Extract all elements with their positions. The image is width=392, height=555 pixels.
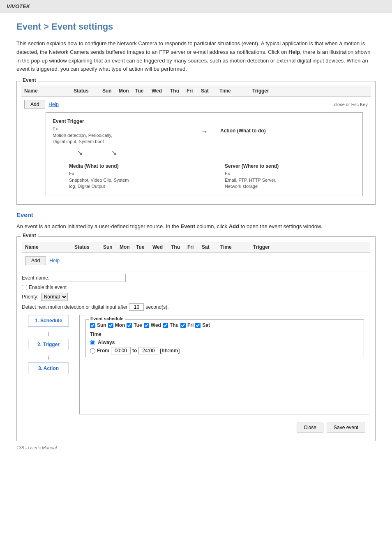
illus-media-ex1: Ex. (69, 171, 200, 177)
fri-label: Fri (187, 322, 194, 328)
col-header-wed-1: Wed (152, 88, 170, 94)
illus-server-ex1: Ex. (225, 171, 356, 177)
event-desc-bold1: Event (181, 223, 195, 229)
illus-media-examples: Ex. Snapshot, Video Clip, System log, Di… (69, 171, 200, 190)
event-name-row: Event name: (22, 274, 370, 282)
steps-container: 1. Schedule ↓ 2. Trigger ↓ 3. Action Eve… (22, 315, 370, 414)
fri-checkbox[interactable] (180, 323, 186, 328)
col-header-mon-2: Mon (120, 244, 136, 250)
illus-media-ex3: log, Digital Output (69, 183, 200, 190)
to-label: to (132, 348, 137, 354)
col-header-mon-1: Mon (119, 88, 135, 94)
time-section: Time (90, 331, 360, 337)
priority-label: Priority: (22, 294, 39, 300)
page-title: Event > Event settings (16, 21, 376, 32)
from-time-input[interactable] (111, 347, 131, 354)
col-header-sat-2: Sat (202, 244, 220, 250)
mon-label: Mon (115, 322, 125, 328)
close-button[interactable]: Close (297, 423, 323, 432)
step-arrow-2: ↓ (47, 354, 50, 361)
col-header-sun-2: Sun (103, 244, 120, 250)
tue-checkbox[interactable] (127, 323, 132, 328)
schedule-content: Event schedule Sun Mon Tue Wed Thu Fri (79, 315, 370, 414)
from-to-row: From to [hh:mm] (90, 347, 360, 354)
step1-schedule[interactable]: 1. Schedule (28, 315, 69, 326)
enable-event-checkbox[interactable] (22, 285, 27, 290)
col-header-time-2: Time (220, 244, 253, 250)
col-header-thu-1: Thu (170, 88, 187, 94)
brand-logo: VIVOTEK (7, 3, 30, 9)
mon-checkbox[interactable] (108, 323, 113, 328)
event-section-title: Event (16, 211, 376, 218)
arrow-down-left: ↘ (77, 149, 83, 157)
schedule-legend-title: Event schedule (89, 316, 125, 321)
time-label: Time (90, 331, 101, 337)
event-panel-legend-1: Event (21, 77, 38, 83)
from-label: From (97, 348, 109, 354)
illus-trigger-label: Event Trigger (53, 118, 188, 124)
add-button-2[interactable]: Add (25, 256, 46, 265)
wed-checkbox[interactable] (144, 323, 149, 328)
illustration-box: Event Trigger Ex. Motion detection, Peri… (46, 112, 363, 196)
close-esc-label: close or Esc Key (334, 102, 368, 107)
step-arrow-1: ↓ (47, 330, 50, 337)
enable-event-label: Enable this event (29, 284, 67, 290)
event-desc-3: to open the event settings window. (239, 223, 322, 229)
event-desc-bold2: Add (229, 223, 239, 229)
col-header-wed-2: Wed (152, 244, 171, 250)
arrow-down-right: ↘ (111, 149, 117, 157)
event-desc-2: column, click (195, 223, 229, 229)
event-desc-1: An event is an action initiated by a use… (16, 223, 181, 229)
sun-label: Sun (97, 322, 106, 328)
steps-left: 1. Schedule ↓ 2. Trigger ↓ 3. Action (22, 315, 75, 414)
from-radio[interactable] (90, 348, 95, 354)
illus-server-examples: Ex. Email, FTP, HTTP Server, Network sto… (225, 171, 356, 190)
col-header-tue-2: Tue (136, 244, 152, 250)
col-header-sat-1: Sat (201, 88, 219, 94)
sun-checkbox[interactable] (90, 323, 95, 328)
help-button-2[interactable]: Help (49, 258, 60, 264)
event-name-input[interactable] (52, 274, 126, 282)
step3-action[interactable]: 3. Action (28, 363, 69, 374)
col-header-name-2: Name (25, 244, 74, 250)
thu-checkbox[interactable] (163, 323, 168, 328)
illus-trigger-ex3: Digital input, System boot (53, 139, 188, 145)
illus-bottom-row: Media (What to send) Ex. Snapshot, Video… (69, 163, 356, 190)
illus-media-section: Media (What to send) Ex. Snapshot, Video… (69, 163, 200, 190)
help-button-1[interactable]: Help (48, 102, 59, 107)
tue-label: Tue (134, 322, 142, 328)
days-row: Sun Mon Tue Wed Thu Fri Sat (90, 322, 360, 328)
always-radio[interactable] (90, 340, 95, 345)
col-header-tue-1: Tue (135, 88, 152, 94)
always-radio-row: Always (90, 340, 360, 345)
illus-trigger-examples: Ex. Motion detection, Periodically, Digi… (53, 126, 188, 145)
to-time-input[interactable] (138, 347, 158, 354)
sat-checkbox[interactable] (195, 323, 201, 328)
page-description: This section explains how to configure t… (16, 39, 376, 74)
bottom-buttons: Close Save event (22, 419, 370, 436)
event-table-header-1: Name Status Sun Mon Tue Wed Thu Fri Sat … (21, 86, 371, 97)
illus-server-section: Server (Where to send) Ex. Email, FTP, H… (225, 163, 356, 190)
illus-trigger-ex2: Motion detection, Periodically, (53, 132, 188, 139)
detect-label-after: second(s). (145, 304, 168, 310)
step2-trigger[interactable]: 2. Trigger (28, 339, 69, 350)
thu-label: Thu (170, 322, 179, 328)
event-panel-legend-2: Event (21, 233, 38, 238)
illus-action-section: Action (What to do) (220, 128, 356, 135)
add-help-row-2: Add Help (22, 253, 370, 268)
detect-row: Detect next motion detection or digital … (22, 303, 370, 311)
save-event-button[interactable]: Save event (327, 423, 365, 432)
col-header-sun-1: Sun (102, 88, 119, 94)
illus-action-label: Action (What to do) (220, 128, 356, 134)
wed-label: Wed (151, 322, 161, 328)
schedule-legend-box: Event schedule Sun Mon Tue Wed Thu Fri (85, 319, 364, 357)
always-label: Always (98, 340, 115, 345)
sat-label: Sat (202, 322, 210, 328)
hhmm-label: [hh:mm] (160, 348, 180, 354)
add-button-1[interactable]: Add (24, 100, 45, 109)
col-header-status-1: Status (74, 88, 102, 94)
detect-input[interactable] (129, 303, 144, 311)
detect-label-before: Detect next motion detection or digital … (22, 304, 127, 310)
priority-select[interactable]: Normal High Low (41, 293, 68, 301)
illus-server-label: Server (Where to send) (225, 163, 356, 169)
